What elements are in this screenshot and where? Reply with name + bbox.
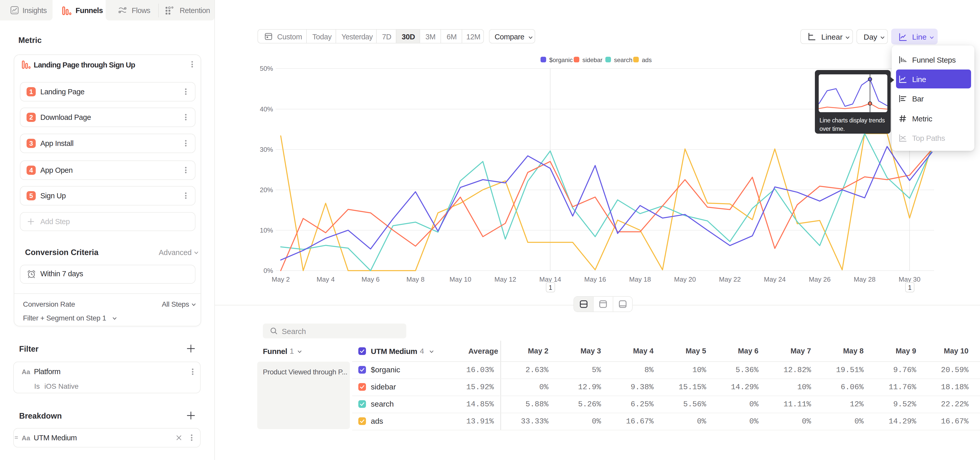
svg-text:40%: 40% xyxy=(260,105,273,113)
svg-text:May 4: May 4 xyxy=(317,275,335,283)
svg-text:May 16: May 16 xyxy=(584,275,606,283)
svg-text:May 24: May 24 xyxy=(764,275,786,283)
svg-text:May 12: May 12 xyxy=(494,275,516,283)
svg-text:May 26: May 26 xyxy=(809,275,830,283)
svg-text:May 20: May 20 xyxy=(674,275,696,283)
svg-text:30%: 30% xyxy=(260,146,273,153)
svg-text:May 18: May 18 xyxy=(629,275,651,283)
svg-text:May 10: May 10 xyxy=(449,275,471,283)
svg-text:May 22: May 22 xyxy=(719,275,741,283)
svg-text:20%: 20% xyxy=(260,186,273,194)
svg-text:0%: 0% xyxy=(263,267,273,275)
svg-text:May 2: May 2 xyxy=(272,275,290,283)
svg-text:May 6: May 6 xyxy=(362,275,380,283)
svg-text:10%: 10% xyxy=(260,227,273,234)
svg-text:May 28: May 28 xyxy=(854,275,875,283)
svg-text:50%: 50% xyxy=(260,65,273,72)
svg-text:May 8: May 8 xyxy=(407,275,425,283)
